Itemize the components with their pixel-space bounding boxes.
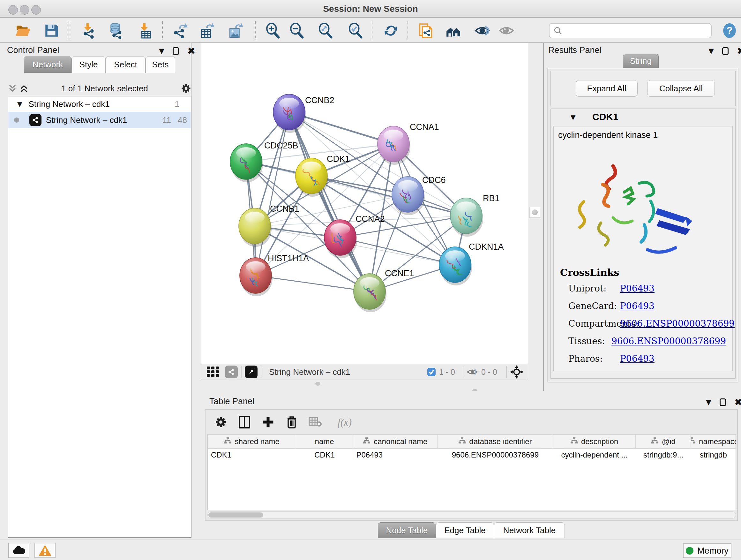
network-collection-row[interactable]: ▼ String Network – cdk1 1 — [8, 97, 191, 112]
protein-disclosure-icon[interactable]: ▼ — [570, 113, 576, 121]
panel-close-icon[interactable]: ✖ — [737, 45, 741, 57]
collection-label: String Network – cdk1 — [28, 99, 110, 109]
export-table-button[interactable] — [198, 22, 216, 40]
column-header-description[interactable]: description — [553, 435, 636, 448]
panel-menu-icon[interactable]: ▼ — [709, 47, 714, 55]
canvas-divider-handle[interactable] — [315, 382, 320, 386]
panel-close-icon[interactable]: ✖ — [734, 396, 741, 408]
network-row-selected[interactable]: String Network – cdk1 11 48 — [8, 112, 191, 128]
table-settings-button[interactable] — [213, 415, 228, 430]
warnings-button[interactable] — [35, 543, 56, 558]
birdseye-grid-icon[interactable] — [206, 366, 220, 378]
import-table-button[interactable] — [136, 22, 154, 40]
import-network-database-button[interactable] — [107, 22, 125, 40]
string-results-container: Expand All Collapse All ▼ CDK1 cyclin-de… — [547, 68, 738, 382]
refresh-icon — [383, 23, 399, 39]
tab-network[interactable]: Network — [24, 56, 71, 73]
cell-name: CDK1 — [296, 449, 353, 461]
help-button[interactable]: ? — [721, 22, 738, 40]
collection-disclosure-icon[interactable]: ▼ — [17, 100, 22, 108]
tab-sets[interactable]: Sets — [145, 56, 175, 73]
export-image-button[interactable] — [226, 22, 244, 40]
tab-edge-table[interactable]: Edge Table — [436, 522, 494, 538]
expand-all-icon[interactable] — [19, 84, 29, 93]
protein-node-cdkn1a[interactable]: CDKN1A — [439, 242, 504, 286]
show-columns-button[interactable] — [237, 415, 252, 430]
panel-float-icon[interactable] — [173, 47, 179, 55]
export-network-button[interactable] — [172, 22, 189, 40]
network-share-icon[interactable] — [225, 366, 238, 378]
panel-divider-handle[interactable] — [529, 207, 540, 218]
apply-layout-button[interactable] — [382, 22, 400, 40]
crosslink-link[interactable]: P06493 — [620, 301, 655, 311]
panel-close-icon[interactable]: ✖ — [187, 45, 195, 57]
tab-style[interactable]: Style — [71, 56, 106, 73]
network-view-toolbar: String Network – cdk1 1 - 0 0 - 0 — [201, 364, 528, 380]
node-table[interactable]: shared name name canonical name database… — [207, 434, 736, 510]
expand-all-button[interactable]: Expand All — [576, 80, 637, 97]
delete-table-icon — [309, 416, 322, 428]
save-session-button[interactable] — [43, 22, 60, 40]
collapse-all-icon[interactable] — [8, 84, 17, 93]
crosslink-label: Uniprot: — [560, 283, 620, 294]
panel-menu-icon[interactable]: ▼ — [706, 398, 711, 406]
search-field[interactable] — [549, 23, 712, 38]
zoom-out-button[interactable] — [288, 22, 306, 40]
crosslink-row: Pharos: P06493 — [560, 354, 726, 364]
tab-network-table[interactable]: Network Table — [494, 522, 565, 538]
column-header-shared-name[interactable]: shared name — [208, 435, 296, 448]
table-horizontal-scrollbar[interactable] — [207, 511, 736, 518]
window-title: Session: New Session — [0, 4, 741, 14]
protein-node-ccne1[interactable]: CCNE1 — [354, 268, 414, 312]
panel-float-icon[interactable] — [720, 398, 726, 406]
protein-node-rb1[interactable]: RB1 — [450, 193, 500, 237]
zoom-fit-button[interactable] — [317, 22, 334, 40]
search-input[interactable] — [565, 26, 711, 36]
panel-menu-icon[interactable]: ▼ — [159, 47, 164, 55]
column-header-name[interactable]: name — [296, 435, 353, 448]
table-row[interactable]: CDK1 CDK1 P06493 9606.ENSP00000378699 cy… — [208, 449, 736, 461]
zoom-selected-button[interactable] — [347, 22, 364, 40]
crosslink-link[interactable]: P06493 — [620, 354, 655, 364]
import-network-file-button[interactable] — [80, 22, 98, 40]
crosslink-link[interactable]: P06493 — [620, 283, 655, 294]
zoom-in-button[interactable] — [264, 22, 282, 40]
selected-checkbox-icon[interactable] — [427, 368, 436, 376]
network-graph[interactable]: CCNB2CCNA1CDC25BCDK1CDC6RB1CCNB1CCNA2CDK… — [201, 43, 529, 364]
hide-selected-button[interactable] — [473, 22, 491, 40]
protein-node-cdk1[interactable]: CDK1 — [295, 154, 350, 197]
column-header-namespace[interactable]: namespace — [691, 435, 736, 448]
show-all-button[interactable] — [445, 22, 462, 40]
scrollbar-thumb[interactable] — [208, 512, 263, 517]
tab-node-table[interactable]: Node Table — [378, 522, 436, 538]
network-current-bullet-icon — [14, 118, 19, 123]
memory-button[interactable]: Memory — [683, 543, 731, 558]
tab-select[interactable]: Select — [106, 56, 145, 73]
toolbar-separator — [261, 366, 261, 378]
collapse-all-button[interactable]: Collapse All — [647, 80, 715, 97]
column-header-canonical-name[interactable]: canonical name — [353, 435, 437, 448]
hidden-eye-slash-icon[interactable] — [467, 367, 478, 377]
gear-icon[interactable] — [181, 83, 192, 94]
add-column-button[interactable] — [260, 415, 276, 430]
tab-string[interactable]: String — [623, 54, 659, 68]
toolbar-separator — [255, 21, 256, 40]
protein-node-cdc6[interactable]: CDC6 — [392, 175, 446, 215]
protein-node-ccnb2[interactable]: CCNB2 — [273, 94, 334, 133]
crosslink-link[interactable]: 9606.ENSP00000378699 — [620, 318, 735, 329]
cloud-status-button[interactable] — [8, 543, 29, 558]
crosslink-link[interactable]: 9606.ENSP00000378699 — [611, 336, 726, 347]
delete-column-button[interactable] — [284, 415, 299, 430]
zoom-in-icon — [265, 23, 281, 39]
protein-node-hist1h1a[interactable]: HIST1H1A — [240, 253, 309, 296]
fit-selected-crosshair-icon[interactable] — [510, 365, 523, 379]
column-header-id[interactable]: @id — [636, 435, 691, 448]
show-hidden-button[interactable] — [497, 22, 515, 40]
column-header-database-identifier[interactable]: database identifier — [437, 435, 553, 448]
open-session-button[interactable] — [14, 22, 32, 40]
open-in-new-icon[interactable] — [245, 366, 258, 378]
panel-float-icon[interactable] — [722, 47, 729, 55]
network-canvas[interactable]: CCNB2CCNA1CDC25BCDK1CDC6RB1CCNB1CCNA2CDK… — [201, 43, 528, 364]
delete-table-button-disabled — [308, 415, 323, 430]
copy-network-button[interactable] — [417, 22, 434, 40]
